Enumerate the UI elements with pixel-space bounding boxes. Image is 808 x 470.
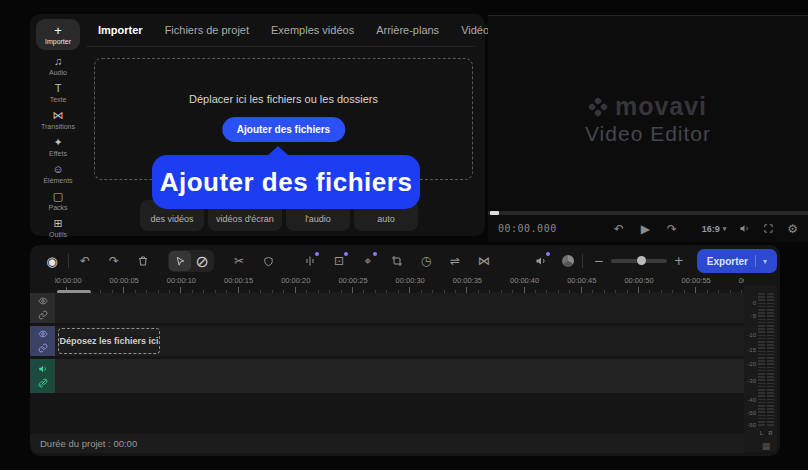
overlay-track bbox=[30, 293, 744, 323]
tools-icon: ⊞ bbox=[53, 218, 62, 229]
crop-icon[interactable] bbox=[389, 252, 405, 270]
aspect-ratio-dropdown[interactable]: 16:9 ▾ bbox=[702, 224, 727, 234]
magnet-snap-icon[interactable]: ⊘ bbox=[191, 251, 213, 271]
ruler-label: 00:00:00 bbox=[55, 276, 82, 285]
unlink-icon[interactable] bbox=[38, 378, 48, 388]
meter-scale-label: -10 bbox=[744, 332, 756, 338]
timeline-drop-target[interactable]: Déposez les fichiers ici bbox=[58, 328, 160, 354]
record-icon[interactable]: ◉ bbox=[44, 252, 60, 270]
timeline-ruler[interactable]: 00:00:00 00:00:05 00:00:10 00:00:15 00:0… bbox=[55, 275, 744, 287]
zoom-out-icon[interactable]: − bbox=[591, 252, 607, 270]
clip-speed-clock-icon[interactable]: ◷ bbox=[418, 252, 434, 270]
video-track-lane: Déposez les fichiers ici bbox=[55, 326, 744, 356]
sidebar-item-label: Éléments bbox=[43, 177, 72, 184]
ruler-label: 00:00:35 bbox=[453, 276, 482, 285]
trash-icon[interactable] bbox=[135, 252, 151, 270]
timeline-footer: Durée du projet : 00:00 bbox=[30, 434, 744, 453]
ruler-label: 00:00:30 bbox=[396, 276, 425, 285]
meter-left-channel-bar bbox=[758, 293, 765, 426]
sidebar: + Importer ♫ Audio T Texte ⋈ Transitions… bbox=[30, 19, 86, 236]
ruler-label: 00:00:50 bbox=[624, 276, 653, 285]
pointer-tool-icon[interactable] bbox=[169, 251, 191, 271]
play-icon[interactable]: ▶ bbox=[641, 222, 650, 236]
zoom-slider-handle[interactable] bbox=[637, 256, 646, 265]
video-track-header bbox=[30, 326, 55, 356]
sidebar-item-importer[interactable]: + Importer bbox=[36, 19, 80, 50]
captions-icon[interactable]: ⊡ bbox=[331, 252, 347, 270]
audio-level-meter: 0 -5 -10 -15 -20 -30 -40 -50 -60 L R ▦ bbox=[744, 285, 777, 452]
sidebar-item-label: Transitions bbox=[41, 123, 75, 130]
volume-icon[interactable] bbox=[739, 223, 750, 234]
marker-shield-icon[interactable] bbox=[260, 252, 276, 270]
sidebar-item-packs[interactable]: ▢ Packs bbox=[30, 187, 86, 214]
resize-grid-icon[interactable]: ▦ bbox=[757, 441, 775, 451]
export-button[interactable]: Exporter ▾ bbox=[697, 249, 777, 273]
link-icon[interactable] bbox=[38, 343, 48, 353]
motion-tracking-icon[interactable]: ⌖ bbox=[360, 252, 376, 270]
tab-exemples-videos[interactable]: Exemples vidéos bbox=[271, 24, 354, 36]
tooltip-label: Ajouter des fichiers bbox=[160, 167, 413, 198]
meter-channel-label: R bbox=[767, 430, 774, 436]
divider bbox=[755, 255, 756, 267]
meter-channel-label: L bbox=[758, 430, 765, 436]
timeline-toolbar: ◉ ↶ ↷ ⊘ ✂ ⊡ ⌖ bbox=[30, 248, 780, 274]
transport-bar: 00:00.000 ↶ ▶ ↷ 16:9 ▾ ⚙ bbox=[488, 215, 808, 242]
transition-icon[interactable]: ⋈ bbox=[476, 252, 492, 270]
sidebar-item-label: Outils bbox=[49, 231, 67, 238]
aspect-ratio-value: 16:9 bbox=[702, 224, 720, 234]
tab-importer[interactable]: Importer bbox=[98, 24, 143, 36]
eye-icon[interactable] bbox=[38, 329, 48, 339]
sidebar-item-label: Importer bbox=[45, 38, 71, 45]
sidebar-item-outils[interactable]: ⊞ Outils bbox=[30, 214, 86, 241]
sidebar-item-transitions[interactable]: ⋈ Transitions bbox=[30, 106, 86, 133]
skip-forward-icon[interactable]: ↷ bbox=[667, 222, 677, 236]
audio-sync-icon[interactable] bbox=[302, 252, 318, 270]
chevron-down-icon: ▾ bbox=[723, 225, 727, 233]
product-name: Video Editor bbox=[488, 122, 808, 146]
sidebar-item-effets[interactable]: ✦ Effets bbox=[30, 133, 86, 160]
movavi-clover-icon bbox=[589, 98, 607, 116]
audio-track-header bbox=[30, 359, 55, 393]
video-track: Déposez les fichiers ici bbox=[30, 326, 744, 356]
add-files-button[interactable]: Ajouter des fichiers bbox=[222, 117, 345, 142]
effects-icon: ✦ bbox=[53, 137, 62, 148]
ruler-label: 00:00:10 bbox=[167, 276, 196, 285]
meter-scale-label: -20 bbox=[744, 361, 756, 367]
link-icon[interactable] bbox=[38, 310, 48, 320]
sidebar-item-elements[interactable]: ☺ Éléments bbox=[30, 160, 86, 187]
elements-icon: ☺ bbox=[52, 164, 63, 175]
equalizer-icon[interactable]: ⇌ bbox=[447, 252, 463, 270]
timeline-volume-icon[interactable] bbox=[533, 252, 549, 270]
audio-track-lane bbox=[55, 359, 744, 393]
tab-arriere-plans[interactable]: Arrière-plans bbox=[376, 24, 439, 36]
timeline-zoom-slider[interactable] bbox=[611, 259, 667, 263]
settings-gear-icon[interactable]: ⚙ bbox=[787, 222, 798, 236]
zoom-in-icon[interactable]: + bbox=[671, 252, 687, 270]
plus-icon: + bbox=[54, 25, 62, 36]
drop-target-label: Déposez les fichiers ici bbox=[59, 336, 158, 346]
skip-back-icon[interactable]: ↶ bbox=[614, 222, 624, 236]
ruler-label: 00:00:15 bbox=[224, 276, 253, 285]
eye-icon[interactable] bbox=[38, 296, 48, 306]
sidebar-item-label: Texte bbox=[50, 96, 67, 103]
speaker-icon[interactable] bbox=[38, 364, 48, 374]
sidebar-item-texte[interactable]: T Texte bbox=[30, 79, 86, 106]
color-wheel-icon[interactable] bbox=[562, 255, 574, 267]
tab-fichiers-de-projet[interactable]: Fichiers de projet bbox=[165, 24, 249, 36]
scissors-split-icon[interactable]: ✂ bbox=[231, 252, 247, 270]
preview-panel: movavi Video Editor 00:00.000 ↶ ▶ ↷ 16:9… bbox=[488, 15, 808, 242]
timecode: 00:00.000 bbox=[498, 223, 557, 234]
edit-tool-group: ⊘ bbox=[168, 250, 214, 272]
timeline-panel: ◉ ↶ ↷ ⊘ ✂ ⊡ ⌖ bbox=[30, 245, 780, 456]
sidebar-item-audio[interactable]: ♫ Audio bbox=[30, 52, 86, 79]
redo-icon[interactable]: ↷ bbox=[106, 252, 122, 270]
text-icon: T bbox=[55, 83, 62, 94]
meter-scale-label: -40 bbox=[744, 397, 756, 403]
audio-track bbox=[30, 359, 744, 393]
ruler-label: 00:00:05 bbox=[110, 276, 139, 285]
meter-scale-label: -5 bbox=[744, 313, 756, 319]
undo-icon[interactable]: ↶ bbox=[77, 252, 93, 270]
brand-name: movavi bbox=[615, 92, 707, 121]
fullscreen-icon[interactable] bbox=[763, 223, 774, 234]
add-files-tooltip: Ajouter des fichiers bbox=[152, 155, 420, 209]
